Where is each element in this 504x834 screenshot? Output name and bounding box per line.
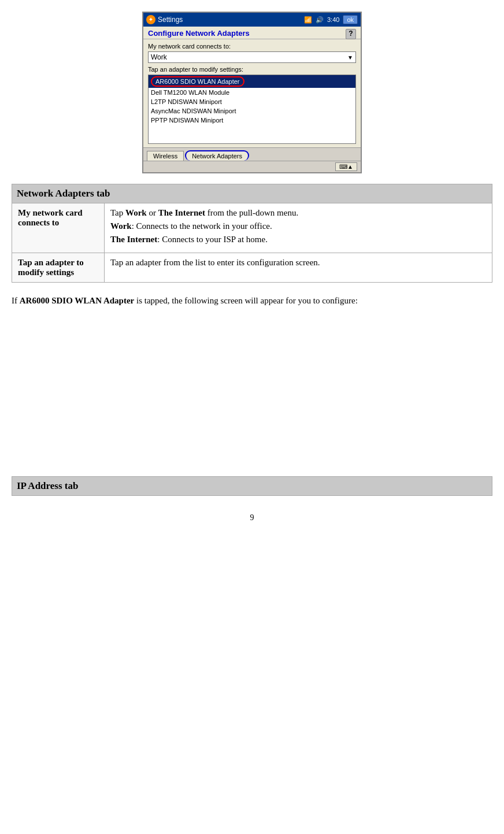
row1-content: Tap Work or The Internet from the pull-d… xyxy=(105,203,492,253)
screen-title: Configure Network Adapters xyxy=(148,29,356,38)
windows-logo-icon: ✦ xyxy=(146,15,155,24)
adapter-item-empty2 xyxy=(149,134,355,143)
device-screenshot: ✦ Settings 📶 🔊 3:40 ok ? Configure Netwo… xyxy=(12,12,492,173)
volume-icon: 🔊 xyxy=(316,16,324,24)
selected-adapter-highlight: AR6000 SDIO WLAN Adapter xyxy=(151,76,244,87)
clock: 3:40 xyxy=(327,16,339,23)
titlebar-right: 📶 🔊 3:40 ok xyxy=(304,15,358,24)
row2-content: Tap an adapter from the list to enter it… xyxy=(105,253,492,283)
adapter-item-empty xyxy=(149,125,355,134)
titlebar-title: Settings xyxy=(158,16,183,24)
adapter-list: AR6000 SDIO WLAN Adapter Dell TM1200 WLA… xyxy=(148,75,356,144)
connects-label: My network card connects to: xyxy=(148,43,356,50)
dropdown-value: Work xyxy=(151,53,347,61)
signal-icon: 📶 xyxy=(304,16,312,24)
device-screen: ✦ Settings 📶 🔊 3:40 ok ? Configure Netwo… xyxy=(142,12,362,173)
adapter-item-2[interactable]: L2TP NDISWAN Miniport xyxy=(149,97,355,106)
adapter-label: Tap an adapter to modify settings: xyxy=(148,66,356,73)
second-device-placeholder xyxy=(12,314,492,476)
ok-button[interactable]: ok xyxy=(343,15,358,24)
adapter-item-1[interactable]: Dell TM1200 WLAN Module xyxy=(149,88,355,97)
ip-table-header: IP Address tab xyxy=(12,476,492,495)
help-icon[interactable]: ? xyxy=(346,29,356,39)
page-number: 9 xyxy=(12,513,492,522)
device-header: ? Configure Network Adapters xyxy=(143,27,361,39)
network-adapters-table: Network Adapters tab My network cardconn… xyxy=(12,184,492,283)
ip-address-table: IP Address tab xyxy=(12,476,492,496)
device-body: My network card connects to: Work ▼ Tap … xyxy=(143,39,361,147)
tabs-bar: Wireless Network Adapters xyxy=(143,147,361,161)
body-text: If AR6000 SDIO WLAN Adapter is tapped, t… xyxy=(12,294,492,307)
tab-network-adapters[interactable]: Network Adapters xyxy=(185,150,249,161)
row1-label: My network cardconnects to xyxy=(12,203,105,253)
adapter-item-3[interactable]: AsyncMac NDISWAN Miniport xyxy=(149,106,355,116)
keyboard-button[interactable]: ⌨▲ xyxy=(335,162,357,171)
device-toolbar: ⌨▲ xyxy=(143,161,361,172)
tab-wireless[interactable]: Wireless xyxy=(147,151,184,161)
adapter-item-4[interactable]: PPTP NDISWAN Miniport xyxy=(149,116,355,125)
device-titlebar: ✦ Settings 📶 🔊 3:40 ok xyxy=(143,13,361,27)
dropdown-arrow-icon: ▼ xyxy=(347,54,353,61)
network-dropdown[interactable]: Work ▼ xyxy=(148,51,356,63)
table-header: Network Adapters tab xyxy=(12,184,492,203)
titlebar-left: ✦ Settings xyxy=(146,15,183,24)
adapter-item-0[interactable]: AR6000 SDIO WLAN Adapter xyxy=(149,75,355,88)
row2-label: Tap an adapter tomodify settings xyxy=(12,253,105,283)
